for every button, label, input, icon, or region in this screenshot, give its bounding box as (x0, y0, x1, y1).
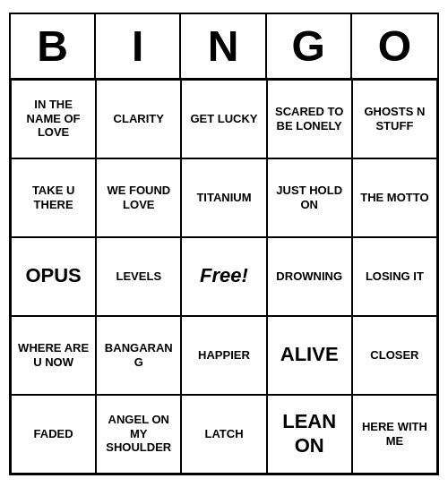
bingo-cell-1: CLARITY (96, 80, 181, 158)
bingo-letter-o: O (352, 14, 437, 78)
bingo-cell-19: CLOSER (352, 316, 437, 395)
bingo-cell-17: HAPPIER (181, 316, 266, 395)
bingo-cell-6: WE FOUND LOVE (96, 158, 181, 237)
bingo-cell-0: IN THE NAME OF LOVE (11, 80, 96, 158)
bingo-card: BINGO IN THE NAME OF LOVECLARITYGET LUCK… (9, 13, 439, 475)
bingo-cell-21: ANGEL ON MY SHOULDER (96, 395, 181, 474)
bingo-cell-24: HERE WITH ME (352, 395, 437, 474)
bingo-cell-2: GET LUCKY (181, 80, 266, 158)
bingo-letter-g: G (267, 14, 352, 78)
bingo-grid: IN THE NAME OF LOVECLARITYGET LUCKYSCARE… (11, 80, 437, 474)
bingo-cell-8: JUST HOLD ON (267, 158, 352, 237)
bingo-cell-16: BANGARANG (96, 316, 181, 395)
bingo-cell-4: GHOSTS N STUFF (352, 80, 437, 158)
bingo-cell-9: THE MOTTO (352, 158, 437, 237)
bingo-cell-10: OPUS (11, 237, 96, 316)
bingo-cell-5: TAKE U THERE (11, 158, 96, 237)
bingo-header: BINGO (11, 14, 437, 80)
bingo-cell-13: DROWNING (267, 237, 352, 316)
bingo-cell-7: TITANIUM (181, 158, 266, 237)
bingo-cell-23: LEAN ON (267, 395, 352, 474)
bingo-cell-14: LOSING IT (352, 237, 437, 316)
bingo-cell-12: Free! (181, 237, 266, 316)
bingo-cell-22: LATCH (181, 395, 266, 474)
bingo-cell-15: WHERE ARE U NOW (11, 316, 96, 395)
bingo-cell-3: SCARED TO BE LONELY (267, 80, 352, 158)
bingo-letter-n: N (181, 14, 266, 78)
bingo-cell-20: FADED (11, 395, 96, 474)
bingo-letter-i: I (96, 14, 181, 78)
bingo-cell-18: ALIVE (267, 316, 352, 395)
bingo-letter-b: B (11, 14, 96, 78)
bingo-cell-11: LEVELS (96, 237, 181, 316)
